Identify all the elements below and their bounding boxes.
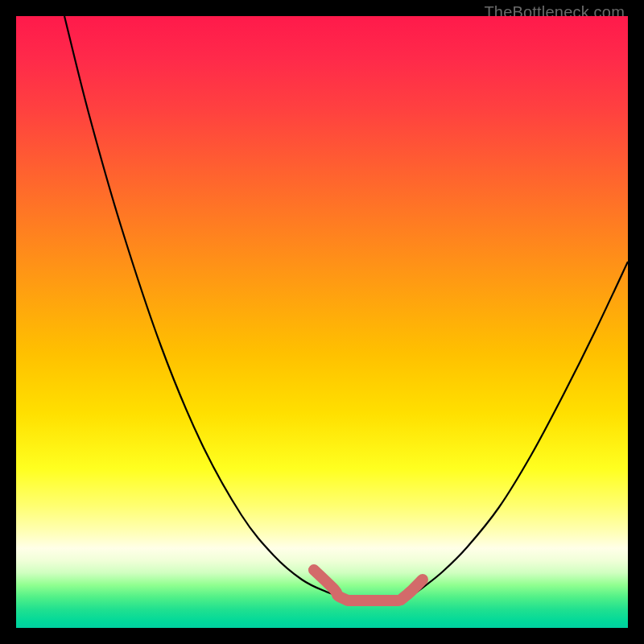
series-right-curve xyxy=(402,262,628,597)
plot-frame xyxy=(16,16,628,628)
series-left-curve xyxy=(64,16,350,597)
series-valley-marker-right xyxy=(401,580,423,600)
series-valley-marker-left xyxy=(314,570,346,600)
bottleneck-curve-plot xyxy=(16,16,628,628)
